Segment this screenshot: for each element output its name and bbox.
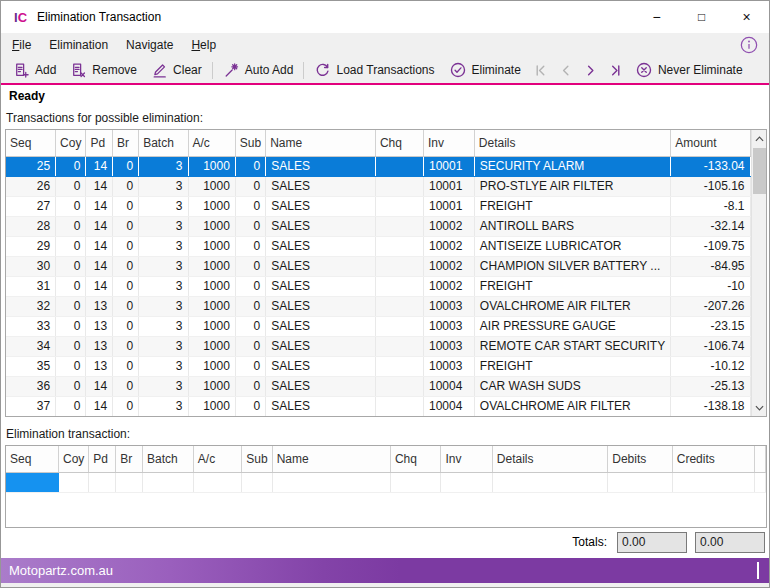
cell[interactable]: 0	[113, 256, 139, 276]
cell[interactable]: -138.18	[671, 396, 750, 416]
totals-credits-field[interactable]	[695, 532, 765, 553]
scroll-down-icon[interactable]	[752, 399, 767, 416]
vertical-scrollbar[interactable]	[751, 130, 766, 416]
column-header[interactable]: Name	[272, 446, 390, 472]
column-header[interactable]: Seq	[6, 446, 58, 472]
cell[interactable]: 33	[6, 316, 56, 336]
cell[interactable]: SALES	[266, 296, 376, 316]
cell[interactable]: -23.15	[671, 316, 750, 336]
empty-cell[interactable]	[441, 472, 492, 492]
column-header[interactable]: Pd	[86, 130, 113, 156]
cell[interactable]: 26	[6, 176, 56, 196]
column-header[interactable]: Coy	[58, 446, 88, 472]
cell[interactable]: 0	[113, 376, 139, 396]
table-row[interactable]: 340130310000SALES10003REMOTE CAR START S…	[6, 336, 750, 356]
load-transactions-button[interactable]: Load Transactions	[307, 58, 441, 82]
cell[interactable]: -207.26	[671, 296, 750, 316]
column-header[interactable]: Sub	[242, 446, 272, 472]
never-eliminate-button[interactable]: Never Eliminate	[628, 58, 750, 82]
column-header[interactable]: Details	[492, 446, 607, 472]
table-row[interactable]: 260140310000SALES10001PRO-STLYE AIR FILT…	[6, 176, 750, 196]
cell[interactable]: OVALCHROME AIR FILTER	[474, 296, 670, 316]
cell[interactable]	[375, 176, 423, 196]
column-header[interactable]: Details	[474, 130, 670, 156]
column-header[interactable]: Sub	[235, 130, 265, 156]
menu-help[interactable]: Help	[182, 33, 225, 57]
cell[interactable]: FREIGHT	[474, 356, 670, 376]
cell[interactable]: 1000	[188, 396, 235, 416]
empty-cell[interactable]	[89, 472, 116, 492]
cell[interactable]: 0	[235, 316, 265, 336]
cell[interactable]: 28	[6, 216, 56, 236]
cell[interactable]: 14	[86, 236, 113, 256]
empty-cell[interactable]	[143, 472, 194, 492]
cell[interactable]: SALES	[266, 316, 376, 336]
table-row[interactable]: 360140310000SALES10004CAR WASH SUDS-25.1…	[6, 376, 750, 396]
cell[interactable]	[375, 276, 423, 296]
cell[interactable]: 0	[113, 336, 139, 356]
cell[interactable]: FREIGHT	[474, 196, 670, 216]
cell[interactable]: SALES	[266, 216, 376, 236]
column-header[interactable]: Debits	[608, 446, 673, 472]
table-row[interactable]: 270140310000SALES10001FREIGHT-8.1	[6, 196, 750, 216]
cell[interactable]: CHAMPION SILVER BATTERY ...	[474, 256, 670, 276]
cell[interactable]: 0	[235, 156, 265, 176]
cell[interactable]: 10003	[423, 316, 474, 336]
cell[interactable]: 13	[86, 356, 113, 376]
column-header[interactable]: Inv	[423, 130, 474, 156]
cell[interactable]: 14	[86, 216, 113, 236]
cell[interactable]: 1000	[188, 376, 235, 396]
cell[interactable]: ANTISEIZE LUBRICATOR	[474, 236, 670, 256]
cell[interactable]: 1000	[188, 256, 235, 276]
cell[interactable]: 0	[56, 216, 86, 236]
column-header[interactable]: Coy	[56, 130, 86, 156]
cell[interactable]: 3	[139, 216, 188, 236]
cell[interactable]: -10	[671, 276, 750, 296]
cell[interactable]: 10001	[423, 156, 474, 176]
cell[interactable]: SALES	[266, 156, 376, 176]
table-row[interactable]: 310140310000SALES10002FREIGHT-10	[6, 276, 750, 296]
cell[interactable]: 37	[6, 396, 56, 416]
cell[interactable]: 14	[86, 156, 113, 176]
cell[interactable]: 14	[86, 196, 113, 216]
cell[interactable]: 34	[6, 336, 56, 356]
cell[interactable]: -84.95	[671, 256, 750, 276]
cell[interactable]: SALES	[266, 356, 376, 376]
scrollbar-thumb[interactable]	[753, 148, 767, 194]
column-header[interactable]: Br	[116, 446, 143, 472]
cell[interactable]: 3	[139, 396, 188, 416]
table-row[interactable]: 370140310000SALES10004OVALCHROME AIR FIL…	[6, 396, 750, 416]
cell[interactable]	[375, 156, 423, 176]
cell[interactable]: SALES	[266, 396, 376, 416]
cell[interactable]: SALES	[266, 336, 376, 356]
first-record-button[interactable]	[528, 58, 553, 82]
cell[interactable]: 0	[113, 176, 139, 196]
cell[interactable]: -109.75	[671, 236, 750, 256]
selected-empty-cell[interactable]	[6, 472, 58, 492]
cell[interactable]: AIR PRESSURE GAUGE	[474, 316, 670, 336]
cell[interactable]: 0	[56, 316, 86, 336]
cell[interactable]: REMOTE CAR START SECURITY	[474, 336, 670, 356]
cell[interactable]	[375, 376, 423, 396]
cell[interactable]: 3	[139, 356, 188, 376]
cell[interactable]: 25	[6, 156, 56, 176]
cell[interactable]: 0	[56, 256, 86, 276]
cell[interactable]: 0	[56, 276, 86, 296]
cell[interactable]: 3	[139, 256, 188, 276]
column-header[interactable]: Pd	[89, 446, 116, 472]
cell[interactable]: 0	[56, 196, 86, 216]
cell[interactable]: 32	[6, 296, 56, 316]
add-button[interactable]: Add	[6, 58, 63, 82]
cell[interactable]: 10003	[423, 356, 474, 376]
column-header[interactable]: Inv	[441, 446, 492, 472]
cell[interactable]: 1000	[188, 356, 235, 376]
eliminate-button[interactable]: Eliminate	[442, 58, 528, 82]
empty-cell[interactable]	[242, 472, 272, 492]
cell[interactable]: 1000	[188, 216, 235, 236]
cell[interactable]: 1000	[188, 296, 235, 316]
minimize-button[interactable]: −	[634, 1, 679, 33]
cell[interactable]: 0	[113, 356, 139, 376]
cell[interactable]: -105.16	[671, 176, 750, 196]
cell[interactable]: 13	[86, 316, 113, 336]
cell[interactable]: 0	[56, 396, 86, 416]
